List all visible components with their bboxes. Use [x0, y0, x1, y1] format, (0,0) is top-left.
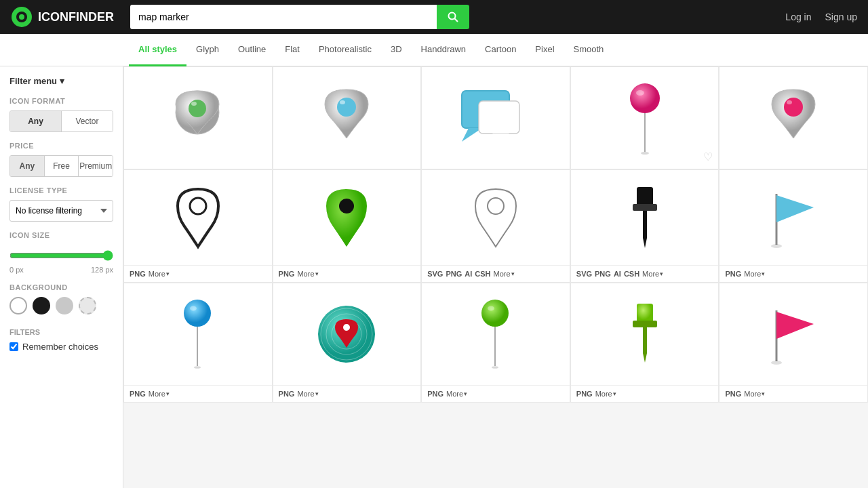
tab-glyph[interactable]: Glyph: [186, 34, 229, 66]
format-csh[interactable]: CSH: [624, 270, 639, 278]
more-dropdown-button[interactable]: More: [744, 270, 765, 278]
icon-preview[interactable]: [273, 67, 421, 169]
format-png[interactable]: PNG: [279, 390, 295, 398]
more-dropdown-button[interactable]: More: [297, 270, 318, 278]
icon-preview[interactable]: [571, 283, 719, 385]
pin-silver-green-icon: [172, 84, 223, 152]
format-any-button[interactable]: Any: [10, 111, 62, 131]
format-svg[interactable]: SVG: [427, 270, 443, 278]
bg-black-swatch[interactable]: [33, 297, 50, 314]
format-png[interactable]: PNG: [130, 390, 146, 398]
price-free-button[interactable]: Free: [45, 156, 79, 176]
license-select[interactable]: No license filtering: [9, 200, 113, 222]
tab-photorealistic[interactable]: Photorealistic: [309, 34, 381, 66]
icon-format-title: ICON FORMAT: [9, 97, 113, 105]
bg-gray-swatch[interactable]: [56, 297, 73, 314]
pin-silver-pink-icon: [768, 84, 819, 152]
bg-white-swatch[interactable]: [9, 297, 27, 314]
format-png[interactable]: PNG: [725, 390, 741, 398]
svg-point-33: [194, 366, 201, 369]
more-dropdown-button[interactable]: More: [494, 270, 515, 278]
tab-cartoon[interactable]: Cartoon: [475, 34, 526, 66]
license-title: LICENSE TYPE: [9, 186, 113, 195]
icon-preview[interactable]: [124, 283, 272, 385]
icon-preview[interactable]: [273, 283, 421, 385]
svg-point-6: [189, 100, 206, 117]
price-any-button[interactable]: Any: [10, 156, 45, 176]
filter-menu-button[interactable]: Filter menu ▾: [9, 76, 113, 86]
main-layout: Filter menu ▾ ICON FORMAT Any Vector PRI…: [0, 66, 868, 488]
svg-point-42: [492, 366, 498, 369]
icon-preview[interactable]: [422, 283, 570, 385]
more-dropdown-button[interactable]: More: [149, 390, 170, 398]
tab-pixel[interactable]: Pixel: [526, 34, 564, 66]
search-input[interactable]: [130, 5, 437, 29]
svg-point-18: [784, 98, 803, 117]
search-button[interactable]: [437, 5, 469, 29]
format-vector-button[interactable]: Vector: [62, 111, 113, 131]
more-dropdown-button[interactable]: More: [446, 390, 467, 398]
pushpin-black-icon: [618, 184, 672, 251]
more-dropdown-button[interactable]: More: [149, 270, 170, 278]
icon-preview[interactable]: [719, 283, 867, 385]
format-ai[interactable]: AI: [465, 270, 472, 278]
svg-rect-45: [643, 327, 647, 353]
svg-point-9: [340, 100, 345, 104]
more-dropdown-button[interactable]: More: [642, 270, 663, 278]
icon-preview[interactable]: [273, 170, 421, 265]
tab-all-styles[interactable]: All styles: [129, 34, 186, 66]
svg-line-4: [455, 19, 458, 22]
signup-link[interactable]: Sign up: [825, 12, 857, 22]
format-ai[interactable]: AI: [614, 270, 621, 278]
tab-flat[interactable]: Flat: [275, 34, 309, 66]
icon-preview[interactable]: [422, 170, 570, 265]
tab-smooth[interactable]: Smooth: [564, 34, 614, 66]
format-png[interactable]: PNG: [576, 390, 593, 398]
tab-handdrawn[interactable]: Handdrawn: [412, 34, 476, 66]
icon-actions: PNG More: [719, 265, 867, 282]
format-png[interactable]: PNG: [595, 270, 611, 278]
svg-marker-46: [643, 353, 647, 363]
login-link[interactable]: Log in: [785, 12, 811, 22]
bg-transparent-swatch[interactable]: [79, 297, 96, 314]
svg-marker-13: [492, 134, 509, 143]
icon-preview[interactable]: [124, 170, 272, 265]
icon-preview[interactable]: [571, 170, 719, 265]
style-tabs: All styles Glyph Outline Flat Photoreali…: [0, 34, 868, 66]
more-dropdown-button[interactable]: More: [744, 390, 765, 398]
more-dropdown-button[interactable]: More: [595, 390, 616, 398]
icon-cell-pin-outline-thin: SVG PNG AI CSH More: [421, 169, 570, 283]
tab-3d[interactable]: 3D: [381, 34, 412, 66]
icon-cell-pin-outline-black: PNG More: [123, 169, 273, 283]
icon-cell-pin-needle-blue: PNG More: [123, 283, 273, 403]
format-png[interactable]: PNG: [725, 270, 741, 278]
format-png[interactable]: PNG: [427, 390, 443, 398]
heart-icon[interactable]: ♡: [703, 150, 713, 163]
size-slider[interactable]: [9, 250, 113, 261]
svg-point-21: [339, 199, 354, 214]
logo-text: ICONFINDER: [38, 10, 114, 24]
format-png[interactable]: PNG: [279, 270, 295, 278]
icon-preview[interactable]: ♡: [571, 67, 719, 169]
format-svg[interactable]: SVG: [576, 270, 592, 278]
more-dropdown-button[interactable]: More: [297, 390, 318, 398]
svg-marker-48: [776, 312, 814, 339]
pin-green-black-icon: [323, 186, 370, 250]
format-png[interactable]: PNG: [130, 270, 146, 278]
remember-label[interactable]: Remember choices: [22, 342, 98, 352]
icon-preview[interactable]: [719, 67, 867, 169]
icon-preview[interactable]: [422, 67, 570, 169]
icon-preview[interactable]: [719, 170, 867, 265]
logo[interactable]: ICONFINDER: [11, 6, 119, 28]
icon-cell-pin-needle-green: PNG More: [421, 283, 570, 403]
icon-preview[interactable]: [124, 67, 272, 169]
price-premium-button[interactable]: Premium: [79, 156, 113, 176]
format-png[interactable]: PNG: [446, 270, 462, 278]
svg-rect-12: [479, 101, 519, 134]
icon-actions: PNG More: [571, 385, 719, 402]
tab-outline[interactable]: Outline: [229, 34, 275, 66]
svg-point-3: [449, 13, 456, 20]
format-csh[interactable]: CSH: [475, 270, 490, 278]
icon-actions: SVG PNG AI CSH More: [571, 265, 719, 282]
remember-checkbox[interactable]: [9, 342, 18, 351]
